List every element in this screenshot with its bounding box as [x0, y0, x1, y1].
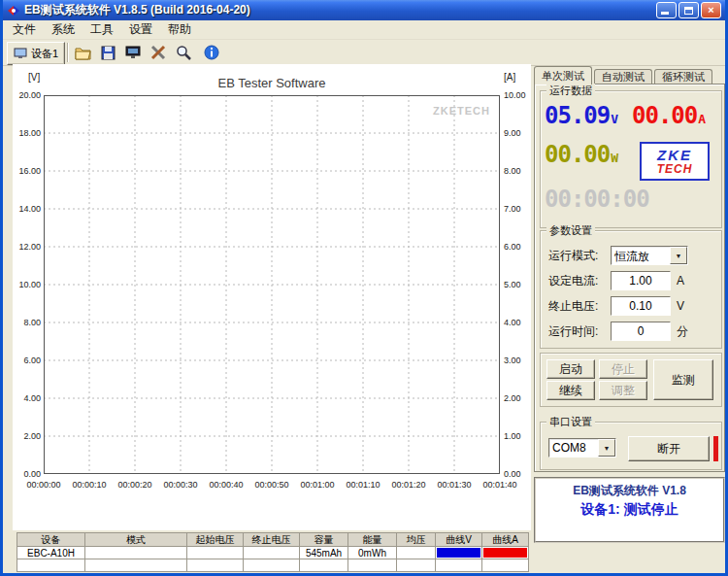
tab-strip: 单次测试自动测试循环测试 [534, 67, 714, 85]
param-label: 运行时间: [548, 323, 611, 340]
x-axis-tick: 00:00:50 [249, 480, 294, 490]
voltage-display: 05.09 V [545, 105, 618, 126]
start-button[interactable]: 启动 [546, 359, 595, 379]
param-unit: 分 [677, 323, 688, 340]
param-unit: V [677, 299, 684, 313]
status-software-title: EB测试系统软件 V1.8 [536, 483, 723, 499]
tab[interactable]: 自动测试 [594, 69, 652, 85]
y-axis-tick-right: 0.00 [504, 469, 533, 479]
display-icon[interactable] [123, 43, 143, 62]
run-mode-value: 恒流放 [612, 247, 670, 264]
y-axis-tick-left: 6.00 [15, 356, 41, 365]
status-device-state: 设备1: 测试停止 [536, 501, 723, 519]
save-icon[interactable] [98, 43, 117, 62]
y-axis-tick-left: 0.00 [15, 469, 41, 479]
params-group-title: 参数设置 [546, 223, 595, 237]
params-group: 参数设置 运行模式:恒流放▼设定电流:1.00A终止电压:0.10V运行时间:0… [540, 230, 722, 349]
open-icon[interactable] [73, 43, 92, 62]
y-axis-tick-right: 9.00 [504, 128, 533, 138]
param-label: 终止电压: [548, 298, 611, 315]
y-axis-tick-left: 20.00 [15, 90, 41, 100]
table-header-row: 设备模式起始电压终止电压容量能量均压曲线V曲线A [17, 533, 529, 547]
chart-title: EB Tester Software [13, 76, 531, 90]
minimize-icon [661, 12, 669, 15]
table-cell: 0mWh [348, 547, 397, 559]
close-button[interactable]: × [701, 2, 721, 18]
window-title: EB测试系统软件 V1.8.5 (Build 2016-04-20) [24, 2, 250, 18]
run-mode-select[interactable]: 恒流放▼ [611, 246, 688, 265]
param-label: 运行模式: [548, 248, 611, 264]
y-axis-tick-right: 5.00 [504, 280, 533, 289]
app-icon [7, 4, 20, 17]
zketech-logo: ZKE TECH [640, 142, 710, 181]
param-row: 终止电压:0.10V [541, 293, 721, 319]
chart-watermark: ZKETECH [433, 105, 490, 117]
app-window: EB测试系统软件 V1.8.5 (Build 2016-04-20) × 文件系… [0, 0, 728, 576]
table-header-cell: 起始电压 [187, 533, 244, 547]
table-header-cell: 终止电压 [244, 533, 300, 547]
chevron-down-icon[interactable]: ▼ [670, 247, 687, 264]
x-axis-tick: 00:01:40 [478, 480, 522, 490]
tab[interactable]: 循环测试 [654, 69, 712, 85]
menu-item[interactable]: 帮助 [160, 20, 199, 39]
table-row[interactable] [17, 559, 529, 572]
table-header-cell: 容量 [300, 533, 348, 547]
x-axis-tick: 00:01:20 [386, 480, 431, 490]
serial-group: 串口设置 COM8 ▼ 断开 [540, 422, 722, 470]
chart-plot: ZKETECH [44, 95, 500, 474]
table-row[interactable]: EBC-A10H545mAh0mWh [17, 547, 529, 559]
current-value: 00.00 [632, 105, 697, 126]
y-axis-tick-left: 8.00 [15, 318, 41, 327]
table-header-cell: 模式 [85, 533, 187, 547]
table-cell: 545mAh [300, 547, 348, 559]
stop-button[interactable]: 停止 [599, 359, 647, 379]
device-button-label: 设备1 [31, 47, 58, 61]
chevron-down-icon[interactable]: ▼ [598, 439, 615, 457]
param-input[interactable]: 0 [611, 322, 671, 341]
curve-v-cell [436, 547, 482, 559]
zoom-icon[interactable] [174, 43, 193, 62]
param-unit: A [677, 274, 684, 288]
current-display: 00.00 A [632, 105, 706, 126]
toolbar: 设备1 [3, 40, 725, 66]
com-port-select[interactable]: COM8 ▼ [548, 438, 616, 457]
x-axis-tick: 00:00:10 [67, 480, 112, 490]
menu-item[interactable]: 文件 [5, 20, 44, 39]
curve-a-cell [482, 547, 529, 559]
y-axis-tick-left: 18.00 [15, 128, 41, 138]
right-axis-unit: [A] [504, 72, 515, 83]
continue-button[interactable]: 继续 [546, 381, 595, 400]
maximize-button[interactable] [678, 2, 699, 18]
adjust-button[interactable]: 调整 [599, 381, 647, 400]
param-label: 设定电流: [548, 273, 611, 289]
minimize-button[interactable] [656, 2, 677, 18]
y-axis-tick-right: 2.00 [504, 393, 533, 403]
maximize-icon [684, 7, 693, 15]
y-axis-tick-right: 1.00 [504, 431, 533, 441]
param-row: 运行模式:恒流放▼ [541, 243, 721, 268]
table-cell [244, 547, 300, 559]
result-table: 设备模式起始电压终止电压容量能量均压曲线V曲线AEBC-A10H545mAh0m… [17, 532, 529, 572]
info-icon[interactable] [202, 43, 221, 62]
disconnect-button[interactable]: 断开 [628, 436, 710, 461]
x-axis-tick: 00:00:40 [204, 480, 248, 490]
menu-item[interactable]: 系统 [44, 20, 83, 39]
y-axis-tick-left: 16.00 [15, 166, 41, 176]
table-cell [397, 559, 436, 572]
serial-group-title: 串口设置 [546, 415, 595, 428]
x-axis-tick: 00:01:10 [341, 480, 385, 490]
power-display: 00.00 W [545, 144, 618, 165]
monitor-button[interactable]: 监测 [653, 359, 713, 400]
logo-line2: TECH [657, 163, 693, 176]
tab[interactable]: 单次测试 [534, 66, 592, 85]
param-row: 设定电流:1.00A [541, 268, 721, 293]
titlebar[interactable]: EB测试系统软件 V1.8.5 (Build 2016-04-20) × [3, 0, 725, 20]
table-cell: EBC-A10H [17, 547, 85, 559]
param-input[interactable]: 1.00 [611, 271, 671, 290]
param-input[interactable]: 0.10 [611, 296, 671, 316]
table-cell [348, 559, 397, 572]
menu-item[interactable]: 设置 [121, 20, 160, 39]
menu-item[interactable]: 工具 [83, 20, 121, 39]
device-button[interactable]: 设备1 [7, 42, 65, 65]
tools-icon[interactable] [149, 43, 168, 62]
